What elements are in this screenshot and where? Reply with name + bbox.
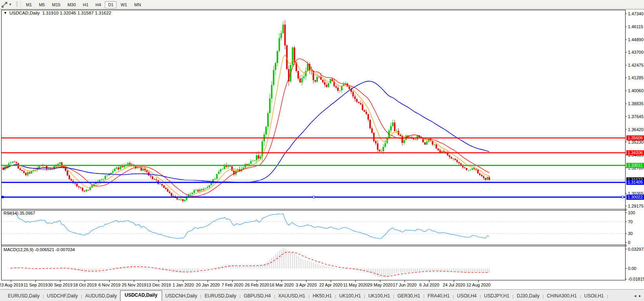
date-axis-label: 23 Aug 2019 (0, 283, 23, 287)
line-handle-middle (313, 196, 315, 198)
timeframe-button-M1[interactable]: M1 (23, 1, 35, 8)
price-tick-label: 1.40060 (628, 88, 644, 93)
level-badge: 1.33011 (626, 163, 644, 168)
price-tick-label: 1.38835 (628, 101, 644, 106)
date-axis-label: 18 Oct 2019 (73, 283, 97, 287)
chart-tab-EURUSD-Daily[interactable]: EURUSD,Daily (5, 292, 43, 301)
draw-tool-button[interactable]: ▼ (0, 2, 14, 8)
timeframe-button-W1[interactable]: W1 (117, 1, 130, 8)
chart-tab-UK100-H1[interactable]: UK100,H1 (365, 292, 393, 301)
chart-canvas[interactable] (0, 0, 644, 301)
tab-scroll-right-icon[interactable]: ▸ (639, 294, 641, 298)
chart-tab-USDCNH-Daily[interactable]: USDCNH,Daily (162, 292, 200, 301)
chart-tab-XAUUSD-H1[interactable]: XAUUSD,H1 (275, 292, 308, 301)
chart-tab-CHINA300-H1[interactable]: CHINA300,H1 (544, 292, 580, 301)
price-tick-label: 1.47340 (628, 11, 644, 16)
timeframe-button-M5[interactable]: M5 (36, 1, 48, 8)
date-axis-label: 6 Jul 2020 (420, 283, 440, 287)
date-axis-label: 30 Sep 2019 (48, 283, 72, 287)
date-axis-label: 13 Dec 2019 (146, 283, 171, 287)
chart-tab-USDCAD-Daily[interactable]: USDCAD,Daily (120, 290, 162, 301)
tab-scroll-left-icon[interactable]: ◂ (634, 294, 636, 298)
rsi-tick-label: 70 (628, 219, 633, 224)
rsi-tick-label: 100 (628, 210, 635, 215)
timeframe-button-H4[interactable]: H4 (92, 1, 104, 8)
chart-tab-USOil-H1[interactable]: USOil,H1 (581, 292, 607, 301)
line-handle-left (2, 196, 4, 198)
price-tick-label: 1.41285 (628, 75, 644, 80)
date-axis-label: 3 Apr 2020 (296, 283, 317, 287)
tab-separator: | (607, 294, 608, 301)
timeframe-button-M15[interactable]: M15 (49, 1, 63, 8)
macd-tick-label: -0.018154 (628, 277, 644, 281)
date-axis-label: 11 Sep 2019 (24, 283, 48, 287)
chart-tab-AUDUSD-Daily[interactable]: AUDUSD,Daily (82, 292, 120, 301)
trading-app-window: ▼ M1M5M15M30H1H4D1W1MN ▼USDCAD,Daily 1.3… (0, 0, 644, 301)
chart-title: ▼USDCAD,Daily 1.31910 1.32045 1.31587 1.… (4, 11, 111, 15)
date-axis-label: 20 Jan 2020 (196, 283, 220, 287)
date-axis-label: 29 May 2020 (368, 283, 393, 287)
price-tick-label: 1.29175 (628, 204, 644, 208)
rsi-tick-label: 30 (628, 231, 633, 236)
chart-tab-DJ30-Daily[interactable]: DJ30,Daily (514, 292, 543, 301)
chart-collapse-icon[interactable]: ▼ (4, 11, 7, 15)
chart-tab-USOil-H4[interactable]: USOil,H4 (454, 292, 480, 301)
date-axis-label: 17 Jun 2020 (393, 283, 417, 287)
chart-tab-USDCHF-Daily[interactable]: USDCHF,Daily (44, 292, 81, 301)
macd-tick-label: 0.032972 (628, 247, 644, 252)
chart-tab-EURUSD-Daily[interactable]: EURUSD,Daily (201, 292, 239, 301)
chart-tab-GBPUSD-H4[interactable]: GBPUSD,H4 (241, 292, 274, 301)
price-tick-label: 1.42475 (628, 63, 644, 67)
date-axis-label: 12 Aug 2020 (466, 283, 491, 287)
timeframe-button-group: M1M5M15M30H1H4D1W1MN (22, 1, 144, 8)
chart-tab-UK100-H1[interactable]: UK100,H1 (336, 292, 364, 301)
price-tick-label: 1.37645 (628, 114, 644, 119)
macd-indicator-label: MACD(12,26,9) -0.006521 -0.007034 (4, 247, 75, 252)
timeframe-button-M30[interactable]: M30 (64, 1, 79, 8)
dropdown-arrow-icon[interactable]: ▼ (9, 3, 12, 6)
date-axis-label: 24 Jul 2020 (443, 283, 465, 287)
date-axis-label: 1 Jan 2020 (173, 283, 194, 287)
date-axis-label: 26 Feb 2020 (245, 283, 269, 287)
date-axis-label: 11 May 2020 (343, 283, 368, 287)
timeframe-button-D1[interactable]: D1 (105, 1, 117, 8)
chart-tab-GER30-H1[interactable]: GER30,H1 (394, 292, 423, 301)
tab-scroll-arrows: ◂ ▸ (629, 290, 644, 301)
chart-title-ohlc: 1.31910 1.32045 1.31587 1.31622 (42, 11, 111, 15)
price-tick-label: 1.44890 (628, 37, 644, 42)
date-axis-label: 6 Nov 2019 (99, 283, 120, 287)
chart-tab-HK50-H1[interactable]: HK50,H1 (310, 292, 335, 301)
chart-title-symbol: USDCAD,Daily (9, 11, 40, 15)
price-tick-label: 1.46115 (628, 24, 643, 29)
date-axis-label: 16 Mar 2020 (270, 283, 294, 287)
chart-tab-FRA40-H1[interactable]: FRA40,H1 (425, 292, 453, 301)
timeframe-button-H1[interactable]: H1 (80, 1, 91, 8)
timeframe-button-MN[interactable]: MN (131, 1, 144, 8)
chart-tab-bar: EURUSD,Daily|USDCHF,Daily|AUDUSD,DailyUS… (0, 289, 644, 301)
rsi-indicator-label: RSI(14) 35.0967 (4, 211, 35, 215)
rsi-tick-label: 0 (628, 240, 630, 245)
level-badge: 1.34206 (626, 150, 644, 155)
date-axis-label: 22 Apr 2020 (319, 283, 342, 287)
level-badge: 1.35606 (626, 135, 644, 140)
toolbar-grip[interactable] (16, 2, 18, 7)
macd-tick-label: 0.00 (628, 266, 636, 271)
line-handle-right (622, 196, 624, 198)
chart-tab-USDJPY-H1[interactable]: USDJPY,H1 (481, 292, 512, 301)
level-badge: 1.30022 (626, 195, 644, 200)
pencil-cursor-icon (1, 2, 8, 8)
toolbar-separator (20, 1, 21, 8)
date-axis-label: 25 Nov 2019 (122, 283, 146, 287)
date-axis-label: 7 Feb 2020 (221, 283, 243, 287)
level-badge: 1.31405 (626, 180, 644, 185)
toolbar: ▼ M1M5M15M30H1H4D1W1MN (0, 0, 644, 9)
price-tick-label: 1.43700 (628, 50, 644, 55)
price-tick-label: 1.36420 (628, 127, 644, 132)
